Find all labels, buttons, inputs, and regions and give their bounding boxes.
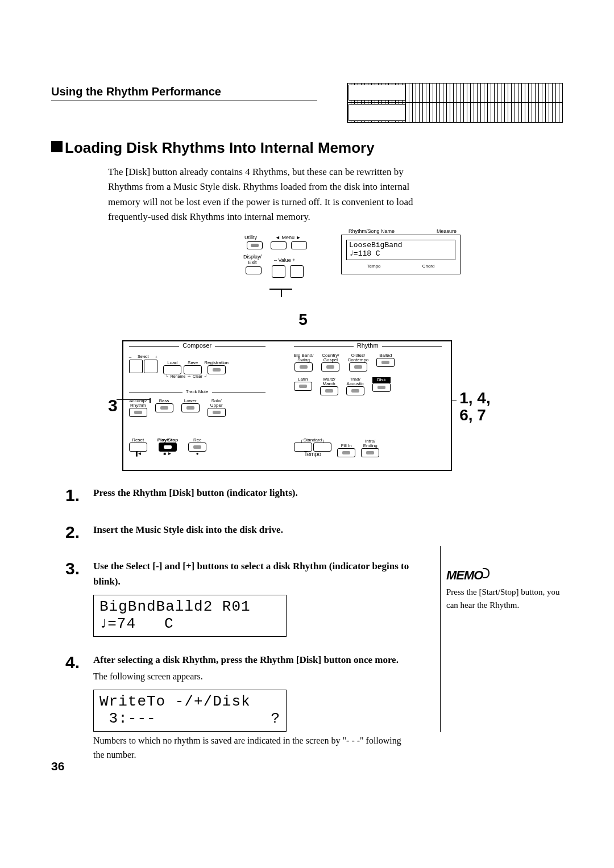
callout-1467: 1, 4, 6, 7 bbox=[459, 390, 490, 423]
label-registration: Registration bbox=[204, 361, 229, 365]
label-country: Country/ Gospel bbox=[321, 353, 339, 362]
display-exit-button bbox=[246, 266, 262, 274]
bigband-button bbox=[294, 362, 313, 372]
memo-text: Press the [Start/Stop] button, you can h… bbox=[446, 586, 566, 611]
label-load: Load bbox=[163, 361, 181, 365]
lcd-small: LooseBigBand ♩=118 C bbox=[346, 240, 455, 260]
menu-right-button bbox=[291, 241, 307, 249]
country-button bbox=[321, 362, 339, 372]
waltz-button bbox=[320, 386, 338, 395]
step-3-text: Use the Select [-] and [+] buttons to se… bbox=[93, 559, 412, 589]
label-clear: Clear bbox=[193, 374, 202, 378]
fillin-button bbox=[337, 448, 355, 457]
latin-button bbox=[294, 382, 312, 391]
label-playstop: Play/Stop bbox=[157, 438, 178, 443]
label-waltz: Waltz/ March bbox=[320, 377, 338, 386]
label-measure: Measure bbox=[437, 228, 457, 234]
label-menu: ◄ Menu ► bbox=[275, 235, 301, 240]
memo-icon: MEMO bbox=[446, 566, 483, 585]
label-tempo2: Tempo bbox=[294, 452, 332, 457]
label-fillin: Fill In bbox=[337, 444, 355, 448]
accomp-button bbox=[129, 408, 147, 417]
select-minus-button bbox=[129, 360, 143, 373]
lower-button bbox=[181, 403, 200, 412]
label-rhythm-song: Rhythm/Song Name bbox=[349, 228, 395, 234]
step-4-note1: The following screen appears. bbox=[93, 670, 412, 684]
label-track-mute: Track Mute bbox=[182, 389, 212, 394]
ballad-button bbox=[376, 358, 395, 367]
reset-button bbox=[129, 443, 147, 452]
callout-5: 5 bbox=[43, 311, 563, 329]
label-composer: Composer bbox=[179, 342, 215, 349]
lcd2-line1: WriteTo -/+/Disk bbox=[99, 694, 280, 711]
utility-button bbox=[247, 241, 263, 249]
label-latin: Latin bbox=[294, 377, 312, 382]
lcd2-slot: 3:--- bbox=[109, 710, 156, 727]
label-trad: Trad/ Acoustic bbox=[346, 377, 364, 386]
label-intro: Intro/ Ending bbox=[361, 439, 379, 448]
step-4-note2: Numbers to which no rhythm is saved are … bbox=[93, 734, 412, 762]
lcd-line1: LooseBigBand bbox=[349, 241, 453, 249]
label-bigband: Big Band/ Swing bbox=[294, 353, 314, 362]
menu-left-button bbox=[271, 241, 287, 249]
label-chord: Chord bbox=[422, 264, 435, 269]
lcd-line2: ♩=118 C bbox=[349, 250, 453, 258]
trad-button bbox=[346, 386, 364, 395]
step-number-2: 2. bbox=[51, 519, 80, 546]
title-text: Loading Disk Rhythms Into Internal Memor… bbox=[65, 139, 375, 156]
lcd-screen-2: WriteTo -/+/Disk 3:---? bbox=[93, 690, 287, 732]
label-ballad: Ballad bbox=[376, 353, 395, 358]
section-heading: Using the Rhythm Performance bbox=[51, 85, 317, 101]
label-rhythm: Rhythm bbox=[354, 342, 382, 349]
rec-button bbox=[188, 443, 206, 452]
registration-button bbox=[208, 365, 226, 374]
lcd2-qmark: ? bbox=[271, 711, 280, 728]
label-plus: + bbox=[155, 354, 158, 360]
label-minus: – bbox=[129, 354, 131, 360]
value-plus-button bbox=[290, 265, 304, 278]
label-lower: Lower bbox=[181, 399, 200, 403]
step-1-text: Press the Rhythm [Disk] button (indicato… bbox=[93, 486, 412, 500]
vertical-divider bbox=[440, 546, 441, 732]
leader-line-right bbox=[451, 400, 457, 400]
step-number-1: 1. bbox=[51, 482, 80, 509]
memo-sidebar: MEMO Press the [Start/Stop] button, you … bbox=[446, 566, 566, 611]
control-panel-diagram-1: Utility ◄ Menu ► Display/ Exit – Value +… bbox=[222, 235, 460, 308]
tempo-up-button bbox=[313, 443, 331, 452]
save-button bbox=[184, 365, 202, 374]
label-select: Select bbox=[138, 354, 148, 360]
bass-button bbox=[155, 403, 173, 412]
tempo-down-button bbox=[294, 443, 312, 452]
keyboard-illustration bbox=[347, 83, 563, 123]
step-number-4: 4. bbox=[51, 649, 80, 762]
select-plus-button bbox=[144, 360, 157, 373]
step-number-3: 3. bbox=[51, 556, 80, 639]
disk-button bbox=[372, 383, 391, 392]
label-standard: Standard bbox=[304, 437, 322, 443]
lcd1-tempo: 74 bbox=[117, 615, 136, 632]
step-2-text: Insert the Music Style disk into the dis… bbox=[93, 523, 412, 537]
solo-button bbox=[208, 408, 226, 417]
page-number: 36 bbox=[51, 760, 64, 773]
label-disk: Disk bbox=[372, 377, 391, 383]
page-title: Loading Disk Rhythms Into Internal Memor… bbox=[51, 139, 563, 157]
label-display: Display/ Exit bbox=[243, 254, 262, 265]
label-accomp: Accomp/ Rhythm bbox=[129, 399, 147, 408]
bullet-square-icon bbox=[51, 141, 63, 152]
label-save: Save bbox=[184, 361, 202, 365]
intro-button bbox=[361, 448, 379, 457]
step-4-text: After selecting a disk Rhythm, press the… bbox=[93, 653, 412, 667]
lcd-screen-1: BigBndBalld2 R01 =74C bbox=[93, 595, 287, 637]
label-oldies: Oldies/ Contempo bbox=[347, 353, 368, 362]
label-rename: Rename bbox=[171, 374, 185, 378]
intro-paragraph: The [Disk] button already contains 4 Rhy… bbox=[108, 165, 426, 224]
label-solo: Solo/ Upper bbox=[208, 399, 226, 408]
control-panel-diagram-2: Composer –Select+ Load bbox=[122, 340, 452, 471]
label-rec: Rec bbox=[188, 438, 206, 443]
label-reset: Reset bbox=[129, 438, 147, 443]
oldies-button bbox=[349, 362, 367, 372]
lcd1-chord: C bbox=[164, 616, 174, 633]
load-button bbox=[163, 365, 181, 374]
lcd1-line1: BigBndBalld2 R01 bbox=[99, 599, 280, 616]
label-bass: Bass bbox=[155, 399, 173, 403]
